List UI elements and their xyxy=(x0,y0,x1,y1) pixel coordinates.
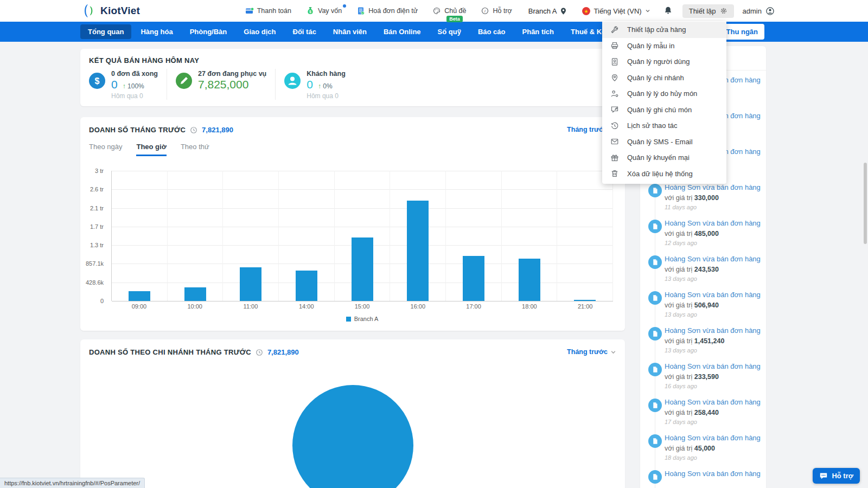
settings-menu-item[interactable]: Quản lý ghi chú món xyxy=(602,102,726,118)
receipt-icon xyxy=(648,363,662,376)
activity-link[interactable]: Hoàng Sơn vừa bán đơn hàng xyxy=(665,255,762,264)
nav-tab[interactable]: Nhân viên xyxy=(326,24,374,39)
activity-time: 13 days ago xyxy=(665,275,762,282)
language-selector[interactable]: ★ Tiếng Việt (VN) xyxy=(582,7,650,16)
nav-tab[interactable]: Phân tích xyxy=(515,24,562,39)
brand-name: KiotViet xyxy=(100,5,140,17)
svg-text:i: i xyxy=(485,9,486,14)
activity-time: 16 days ago xyxy=(665,383,762,389)
chart-tab[interactable]: Theo ngày xyxy=(89,143,122,156)
settings-menu-item[interactable]: Quản lý SMS - Email xyxy=(602,134,726,150)
header-link[interactable]: Chủ đề Beta xyxy=(432,7,466,15)
activity-link[interactable]: Hoàng Sơn vừa bán đơn hàng xyxy=(665,398,762,407)
branch-selector[interactable]: Branch A xyxy=(528,7,567,15)
doc-icon xyxy=(652,259,659,266)
header-link[interactable]: $ Vay vốn xyxy=(306,7,342,15)
scrollbar-thumb[interactable] xyxy=(864,163,867,244)
settings-menu-item[interactable]: Thiết lập cửa hàng xyxy=(602,22,726,38)
bar-09:00[interactable] xyxy=(129,291,150,301)
bar-21:00[interactable] xyxy=(574,300,596,301)
nav-tab[interactable]: Hàng hóa xyxy=(133,24,180,39)
header-link[interactable]: Hoá đơn điện tử xyxy=(356,7,418,15)
nav-tab[interactable]: Phòng/Bàn xyxy=(182,24,235,39)
bar-11:00[interactable] xyxy=(240,267,261,301)
today-stats: $ 0 đơn đã xong 0 ↑ 100% Hôm qua 0 27 đơ… xyxy=(80,69,625,100)
activity-link[interactable]: Hoàng Sơn vừa bán đơn hàng xyxy=(665,291,762,299)
activity-link[interactable]: Hoàng Sơn vừa bán đơn hàng xyxy=(665,362,762,371)
receipt-icon xyxy=(648,184,662,197)
notifications-button[interactable] xyxy=(663,5,673,17)
pie-period-label: Tháng trước xyxy=(567,348,608,356)
note-icon xyxy=(610,105,619,114)
bar-16:00[interactable] xyxy=(407,201,429,301)
settings-menu-item[interactable]: Quản lý mẫu in xyxy=(602,38,726,54)
coin-icon xyxy=(190,126,197,134)
y-axis-tick: 428.6k xyxy=(86,279,104,286)
stat-label: Khách hàng xyxy=(307,70,346,78)
header-link[interactable]: Thanh toán xyxy=(245,7,291,15)
settings-menu-item-label: Quản lý chi nhánh xyxy=(627,74,684,82)
app-logo[interactable]: KiotViet xyxy=(81,3,140,18)
pencil-icon xyxy=(176,73,192,89)
chart-tab[interactable]: Theo thứ xyxy=(181,143,209,156)
stat-label: 0 đơn đã xong xyxy=(111,70,158,78)
card-icon xyxy=(245,7,254,15)
activity-link[interactable]: Hoàng Sơn vừa bán đơn hàng xyxy=(665,219,762,228)
bar-slots xyxy=(112,171,613,301)
bar-17:00[interactable] xyxy=(463,256,484,301)
nav-tab[interactable]: Báo cáo xyxy=(470,24,513,39)
nav-tabs: Tổng quanHàng hóaPhòng/BànGiao dịchĐối t… xyxy=(80,24,631,39)
activity-link[interactable]: Hoàng Sơn vừa bán đơn hàng xyxy=(665,326,762,335)
activity-link[interactable]: Hoàng Sơn vừa bán đơn hàng xyxy=(665,183,762,192)
user-menu[interactable]: admin xyxy=(743,7,775,16)
settings-menu-item[interactable]: Lịch sử thao tác xyxy=(602,118,726,134)
stat-block: $ 0 đơn đã xong 0 ↑ 100% Hôm qua 0 xyxy=(80,69,167,100)
chart-tab[interactable]: Theo giờ xyxy=(136,143,166,156)
bar-legend[interactable]: Branch A xyxy=(111,316,613,322)
bar-18:00[interactable] xyxy=(519,259,540,301)
bar-14:00[interactable] xyxy=(296,271,317,301)
pie-slice-branch-a[interactable] xyxy=(292,385,413,488)
nav-tab[interactable]: Giao dịch xyxy=(236,24,283,39)
activity-item: Hoàng Sơn vừa bán đơn hàng với giá trị 3… xyxy=(640,183,766,219)
last-month-sales-card: DOANH SỐ THÁNG TRƯỚC 7,821,890 Tháng trư… xyxy=(80,117,625,331)
settings-menu-item[interactable]: Quản lý chi nhánh xyxy=(602,70,726,86)
doc-icon xyxy=(652,187,659,194)
bar-chart-title: DOANH SỐ THÁNG TRƯỚC xyxy=(89,126,186,134)
activity-value: với giá trị 506,940 xyxy=(665,301,762,309)
nav-tab[interactable]: Sổ quỹ xyxy=(430,24,469,39)
support-button[interactable]: Hỗ trợ xyxy=(813,468,860,484)
activity-time: 17 days ago xyxy=(665,419,762,425)
help-icon: i xyxy=(481,7,489,15)
header-link-label: Hỗ trợ xyxy=(493,7,512,15)
settings-menu-item[interactable]: Quản lý lý do hủy món xyxy=(602,86,726,102)
bar-xlabels: 09:0010:0011:0014:0015:0016:0017:0018:00… xyxy=(111,303,613,310)
settings-menu-item[interactable]: Quản lý người dùng xyxy=(602,54,726,70)
user-doc-icon xyxy=(610,57,619,66)
header-link[interactable]: i Hỗ trợ xyxy=(481,7,512,15)
status-url-bar: https://fnb.kiotviet.vn/hrtrainingfnb/#/… xyxy=(0,478,145,488)
activity-link[interactable]: Hoàng Sơn vừa bán đơn hàng xyxy=(665,434,762,442)
printer-icon xyxy=(610,41,619,50)
coin-icon xyxy=(256,349,263,356)
branch-sales-card: DOANH SỐ THEO CHI NHÁNH THÁNG TRƯỚC 7,82… xyxy=(80,339,625,488)
wrench-icon xyxy=(610,25,619,34)
activity-link[interactable]: Hoàng Sơn vừa bán đơn hàng xyxy=(665,470,762,478)
settings-menu-item[interactable]: Xóa dữ liệu hệ thống xyxy=(602,166,726,182)
pie-period-selector[interactable]: Tháng trước xyxy=(567,348,616,356)
language-label: Tiếng Việt (VN) xyxy=(594,7,642,15)
stat-value: 7,825,000 xyxy=(198,78,248,91)
order-value: 243,530 xyxy=(694,266,719,273)
nav-tab[interactable]: Tổng quan xyxy=(80,24,131,39)
receipt-icon xyxy=(648,434,662,448)
settings-menu-item-label: Xóa dữ liệu hệ thống xyxy=(627,170,693,178)
nav-tab[interactable]: Bán Online xyxy=(376,24,429,39)
beta-badge: Beta xyxy=(446,16,463,22)
y-axis-tick: 2.1 tr xyxy=(90,205,104,211)
bar-10:00[interactable] xyxy=(184,287,206,301)
settings-button[interactable]: Thiết lập xyxy=(682,4,734,18)
nav-tab[interactable]: Đối tác xyxy=(285,24,324,39)
settings-menu-item[interactable]: Quản lý khuyến mại xyxy=(602,150,726,166)
bar-15:00[interactable] xyxy=(352,237,373,301)
activity-item: Hoàng Sơn vừa bán đơn hàng với giá trị 5… xyxy=(640,291,766,326)
